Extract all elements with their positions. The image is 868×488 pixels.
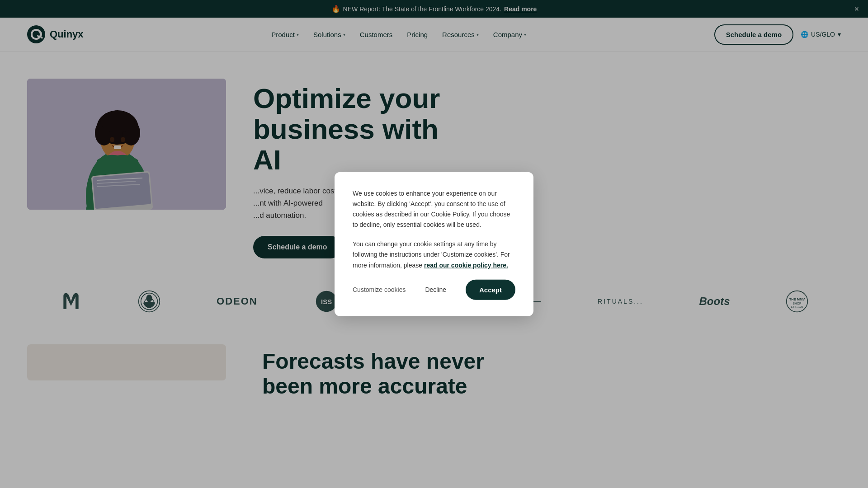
accept-cookies-button[interactable]: Accept [466, 279, 515, 300]
cookie-text-1: We use cookies to enhance your experienc… [353, 188, 515, 230]
cookie-buttons: Customize cookies Decline Accept [353, 279, 515, 300]
cookie-policy-link[interactable]: read our cookie policy here. [424, 261, 508, 268]
cookie-text-2: You can change your cookie settings at a… [353, 239, 515, 270]
customize-cookies-button[interactable]: Customize cookies [353, 286, 406, 293]
cookie-modal: We use cookies to enhance your experienc… [335, 172, 533, 316]
decline-cookies-button[interactable]: Decline [425, 286, 446, 293]
